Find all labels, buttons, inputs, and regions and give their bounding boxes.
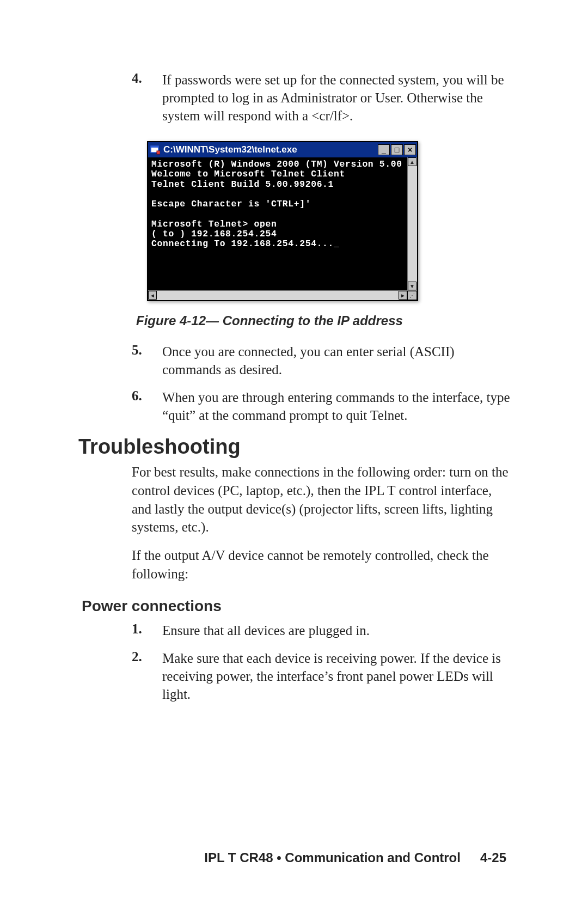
- close-button[interactable]: ×: [404, 144, 416, 155]
- scroll-right-icon[interactable]: ►: [399, 291, 407, 300]
- paragraph: For best results, make connections in th…: [132, 463, 512, 536]
- window-title: C:\WINNT\System32\telnet.exe: [163, 144, 378, 155]
- svg-rect-1: [151, 146, 158, 148]
- paragraph: If the output A/V device cannot be remot…: [132, 546, 512, 583]
- terminal-output: Microsoft (R) Windows 2000 (TM) Version …: [150, 158, 416, 289]
- scroll-track[interactable]: [408, 166, 417, 282]
- scroll-left-icon[interactable]: ◄: [148, 291, 157, 300]
- telnet-screenshot: C:\WINNT\System32\telnet.exe _ □ × Micro…: [147, 141, 418, 301]
- step-text: If passwords were set up for the connect…: [162, 71, 512, 125]
- maximize-button[interactable]: □: [391, 144, 403, 155]
- step-text: When you are through entering commands t…: [162, 388, 512, 424]
- footer-page-number: 4-25: [480, 850, 506, 865]
- telnet-app-icon: [150, 145, 160, 155]
- minimize-button[interactable]: _: [378, 144, 390, 155]
- step-number: 1.: [132, 621, 162, 639]
- footer-title: IPL T CR48 • Communication and Control: [204, 850, 461, 865]
- page-footer: IPL T CR48 • Communication and Control 4…: [0, 850, 588, 865]
- step-number: 4.: [132, 71, 162, 125]
- svg-rect-2: [157, 151, 160, 154]
- step-text: Ensure that all devices are plugged in.: [162, 621, 512, 639]
- section-heading-troubleshooting: Troubleshooting: [78, 435, 512, 459]
- horizontal-scrollbar[interactable]: ◄ ► ⋰: [148, 290, 417, 300]
- scroll-down-icon[interactable]: ▼: [408, 282, 416, 290]
- step-number: 6.: [132, 388, 162, 424]
- step-number: 2.: [132, 649, 162, 703]
- figure-caption: Figure 4-12— Connecting to the IP addres…: [136, 313, 512, 328]
- step-number: 5.: [132, 343, 162, 379]
- step-text: Make sure that each device is receiving …: [162, 649, 512, 703]
- subsection-heading-power-connections: Power connections: [82, 597, 512, 615]
- vertical-scrollbar[interactable]: ▲ ▼: [407, 157, 417, 290]
- resize-grip-icon[interactable]: ⋰: [407, 291, 417, 300]
- scroll-track[interactable]: [157, 291, 399, 300]
- scroll-up-icon[interactable]: ▲: [408, 157, 416, 166]
- window-titlebar: C:\WINNT\System32\telnet.exe _ □ ×: [148, 142, 417, 157]
- step-text: Once you are connected, you can enter se…: [162, 343, 512, 379]
